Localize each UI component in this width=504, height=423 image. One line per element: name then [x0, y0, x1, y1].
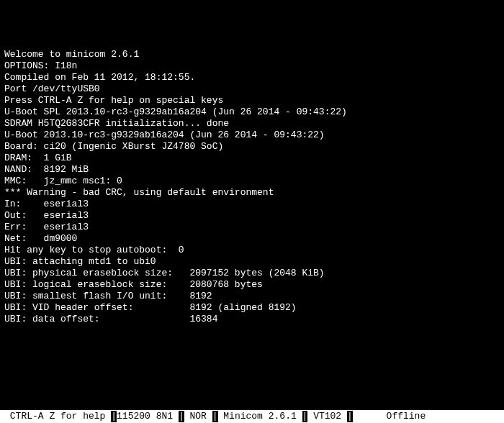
terminal-line: UBI: physical eraseblock size: 2097152 b…: [4, 268, 500, 279]
terminal-line: *** Warning - bad CRC, using default env…: [4, 187, 500, 199]
terminal-line: Board: ci20 (Ingenic XBurst JZ4780 SoC): [4, 141, 500, 153]
terminal-output[interactable]: Welcome to minicom 2.6.1OPTIONS: I18nCom…: [0, 46, 504, 423]
status-app: Minicom 2.6.1: [218, 411, 302, 422]
terminal-line: U-Boot 2013.10-rc3-g9329ab16a204 (Jun 26…: [4, 129, 500, 141]
terminal-line: Compiled on Feb 11 2012, 18:12:55.: [4, 72, 500, 83]
terminal-line: In: eserial3: [4, 199, 500, 210]
terminal-line: Err: eserial3: [4, 222, 500, 233]
terminal-line: U-Boot SPL 2013.10-rc3-g9329ab16a204 (Ju…: [4, 106, 500, 118]
terminal-line: NAND: 8192 MiB: [4, 164, 500, 176]
status-flow: NOR: [184, 411, 212, 422]
status-spacer: [353, 411, 381, 422]
terminal-line: UBI: VID header offset: 8192 (aligned 81…: [4, 302, 500, 314]
terminal-line: Net: dm9000: [4, 233, 500, 245]
terminal-line: UBI: data offset: 16384: [4, 314, 500, 325]
status-term: VT102: [307, 411, 347, 422]
terminal-line: OPTIONS: I18n: [4, 60, 500, 72]
terminal-line: UBI: logical eraseblock size: 2080768 by…: [4, 279, 500, 291]
terminal-line: Hit any key to stop autoboot: 0: [4, 245, 500, 256]
terminal-line: SDRAM H5TQ2G83CFR initialization... done: [4, 118, 500, 129]
terminal-line: UBI: smallest flash I/O unit: 8192: [4, 291, 500, 302]
terminal-line: Press CTRL-A Z for help on special keys: [4, 95, 500, 106]
terminal-line: Welcome to minicom 2.6.1: [4, 49, 500, 60]
status-baud: 115200 8N1: [117, 411, 179, 422]
terminal-line: UBI: attaching mtd1 to ubi0: [4, 256, 500, 268]
terminal-line: MMC: jz_mmc msc1: 0: [4, 176, 500, 187]
terminal-line: DRAM: 1 GiB: [4, 153, 500, 164]
terminal-line: Port /dev/ttyUSB0: [4, 83, 500, 95]
status-bar: CTRL-A Z for help |115200 8N1 | NOR | Mi…: [0, 410, 504, 423]
status-connection: Offline: [381, 411, 426, 422]
status-help: CTRL-A Z for help: [4, 411, 111, 422]
terminal-line: Out: eserial3: [4, 210, 500, 222]
